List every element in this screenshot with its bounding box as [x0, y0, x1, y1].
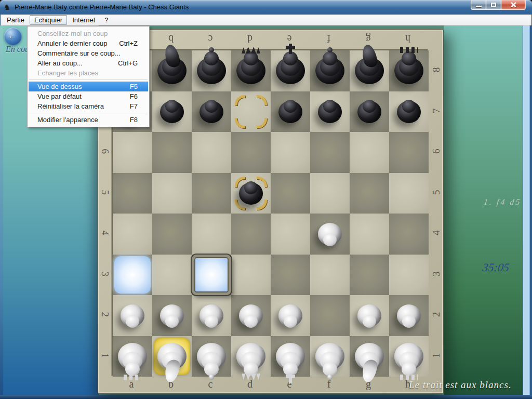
piece-black-pawn-e7[interactable]	[271, 91, 310, 132]
menubar-item-?[interactable]: ?	[100, 15, 112, 25]
file-label-top-f: f	[309, 33, 349, 45]
back-button[interactable]: ←	[4, 28, 22, 45]
rank-label-right-5: 5	[416, 187, 457, 198]
piece-black-bishop-f8[interactable]	[310, 50, 350, 91]
piece-black-knight-g8[interactable]	[350, 50, 389, 91]
square-g5[interactable]	[350, 173, 389, 214]
menu-item-r-initialiser-la-cam-ra[interactable]: Réinitialiser la caméraF7	[29, 101, 148, 111]
square-d3[interactable]	[231, 255, 271, 296]
piece-white-queen-d1[interactable]	[231, 336, 271, 377]
menubar-item-internet[interactable]: Internet	[68, 15, 99, 25]
square-c6[interactable]	[192, 132, 231, 173]
piece-white-king-e1[interactable]	[271, 336, 310, 377]
bishop-head	[323, 362, 337, 376]
square-b5[interactable]	[152, 173, 192, 214]
window-border-left	[0, 25, 3, 395]
pawn-head	[244, 315, 258, 328]
piece-black-pawn-d5[interactable]	[231, 173, 271, 214]
square-g4[interactable]	[350, 214, 389, 255]
piece-white-pawn-b2[interactable]	[152, 295, 192, 336]
square-d4[interactable]	[231, 214, 271, 255]
square-e6[interactable]	[271, 132, 310, 173]
piece-black-king-e8[interactable]	[271, 50, 310, 91]
menu-item-echanger-les-places[interactable]: Echanger les places	[29, 68, 148, 78]
square-b4[interactable]	[152, 214, 192, 255]
pawn-head	[205, 315, 218, 328]
echiquier-dropdown-menu: Conseillez-moi un coupAnnuler le dernier…	[27, 26, 150, 127]
menu-item-annuler-le-dernier-coup[interactable]: Annuler le dernier coupCtrl+Z	[29, 38, 148, 48]
piece-white-knight-b1[interactable]	[152, 336, 192, 377]
square-d6[interactable]	[231, 132, 271, 173]
piece-white-knight-g1[interactable]	[350, 336, 389, 377]
piece-white-pawn-e2[interactable]	[271, 295, 310, 336]
pawn-head	[402, 100, 416, 113]
square-f2[interactable]	[310, 295, 350, 336]
minimize-button[interactable]	[471, 0, 486, 10]
gold-corner-icon	[257, 95, 267, 105]
menu-item-vue-par-d-faut[interactable]: Vue par défautF6	[29, 91, 148, 101]
menubar-item-echiquier[interactable]: Echiquier	[30, 15, 67, 25]
menu-item-vue-de-dessus[interactable]: Vue de dessusF5	[29, 82, 148, 91]
file-label-bottom-d: d	[230, 378, 270, 390]
menu-item-modifier-l-apparence[interactable]: Modifier l'apparenceF8	[29, 115, 148, 125]
pawn-head	[363, 315, 376, 328]
menu-separator	[29, 79, 148, 80]
piece-white-pawn-f4[interactable]	[310, 214, 350, 255]
square-b6[interactable]	[152, 132, 192, 173]
square-c4[interactable]	[192, 214, 231, 255]
square-b3[interactable]	[152, 255, 192, 296]
piece-black-pawn-c7[interactable]	[192, 91, 231, 132]
highlight-move-blue-a3[interactable]	[114, 256, 151, 294]
menu-item-aller-au-coup-[interactable]: Aller au coup...Ctrl+G	[29, 58, 148, 68]
app-window: aabbccddeeffgghh8877665544332211 ← En co…	[0, 0, 532, 399]
pawn-head	[165, 315, 179, 328]
piece-black-pawn-h7[interactable]	[389, 91, 429, 132]
piece-white-pawn-c2[interactable]	[192, 295, 231, 336]
file-label-top-g: g	[349, 33, 388, 45]
king-cross	[289, 373, 292, 383]
rook-head	[125, 362, 140, 376]
piece-white-pawn-d2[interactable]	[231, 295, 271, 336]
piece-white-pawn-a2[interactable]	[113, 295, 152, 336]
piece-black-pawn-b7[interactable]	[152, 91, 192, 132]
piece-white-rook-a1[interactable]	[113, 336, 152, 377]
square-f3[interactable]	[310, 255, 350, 296]
gold-corner-icon	[235, 95, 245, 105]
piece-white-rook-h1[interactable]	[389, 336, 429, 377]
bishop-head	[204, 51, 219, 65]
square-e5[interactable]	[271, 173, 310, 214]
rook-teeth	[400, 47, 418, 53]
square-g3[interactable]	[350, 255, 389, 296]
square-g6[interactable]	[350, 132, 389, 173]
piece-black-rook-h8[interactable]	[389, 50, 429, 91]
piece-black-pawn-g7[interactable]	[350, 91, 389, 132]
square-f6[interactable]	[310, 132, 350, 173]
rank-label-right-4: 4	[416, 227, 457, 238]
menubar: PartieEchiquierInternet?	[1, 15, 531, 25]
piece-black-pawn-f7[interactable]	[310, 91, 350, 132]
piece-white-pawn-h2[interactable]	[389, 295, 429, 336]
rank-label-right-6: 6	[416, 145, 457, 157]
piece-black-queen-d8[interactable]	[231, 50, 271, 91]
square-c5[interactable]	[192, 173, 231, 214]
piece-white-bishop-f1[interactable]	[310, 336, 350, 377]
titlebar[interactable]: ♞ Pierre-Marie Baty contre Pierre-Marie …	[0, 0, 532, 15]
rook-teeth	[124, 375, 141, 380]
piece-black-bishop-c8[interactable]	[192, 50, 231, 91]
menu-item-commentaire-sur-ce-coup-[interactable]: Commentaire sur ce coup...	[29, 48, 148, 58]
piece-white-pawn-g2[interactable]	[350, 295, 389, 336]
maximize-button[interactable]	[486, 0, 501, 10]
app-icon: ♞	[4, 3, 10, 11]
piece-black-knight-b8[interactable]	[152, 50, 192, 91]
menubar-item-partie[interactable]: Partie	[3, 15, 29, 25]
caption-buttons	[471, 0, 526, 10]
square-e3[interactable]	[271, 255, 310, 296]
square-f5[interactable]	[310, 173, 350, 214]
menu-item-conseillez-moi-un-coup[interactable]: Conseillez-moi un coup	[29, 29, 148, 38]
piece-white-bishop-c1[interactable]	[192, 336, 231, 377]
highlight-move-blue-framed-c3[interactable]	[192, 255, 231, 295]
close-button[interactable]	[501, 0, 526, 10]
file-label-bottom-f: f	[309, 378, 349, 390]
square-e4[interactable]	[271, 214, 310, 255]
rank-label-left-5: 5	[85, 187, 126, 198]
